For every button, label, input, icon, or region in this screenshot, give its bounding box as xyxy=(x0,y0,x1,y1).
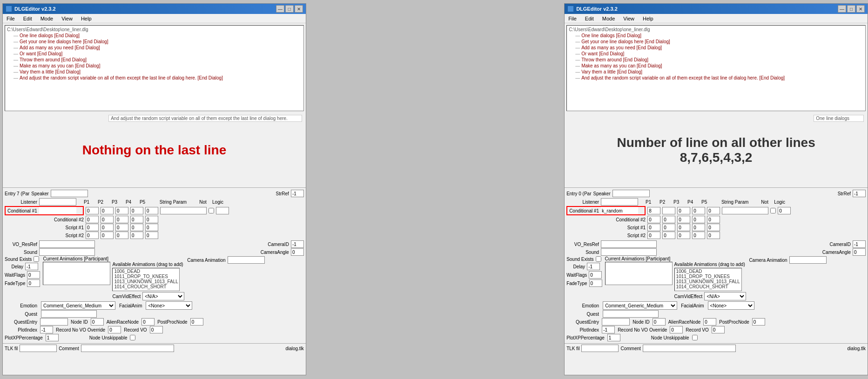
right-emotion-select[interactable]: Comment_Generic_Medium xyxy=(603,301,677,310)
right-cond2-p3[interactable] xyxy=(677,216,690,223)
left-cond2-p3[interactable] xyxy=(115,216,128,223)
right-cond1-p5[interactable] xyxy=(707,207,720,214)
left-cond2-p2[interactable] xyxy=(101,216,114,223)
left-current-anim-panel[interactable] xyxy=(43,262,110,285)
right-questentry-input[interactable] xyxy=(602,318,630,326)
left-cond1-p2[interactable] xyxy=(101,207,114,214)
right-vo-input[interactable] xyxy=(601,240,657,248)
left-script2-p2[interactable] xyxy=(101,232,114,239)
right-sound-exists-check[interactable] xyxy=(596,256,601,262)
right-cond1-input[interactable] xyxy=(601,207,638,214)
left-tree-item-1[interactable]: Get your one line dialogs here [End Dial… xyxy=(6,39,303,45)
right-cond1-p3[interactable] xyxy=(677,207,690,214)
left-script2-p4[interactable] xyxy=(130,232,143,239)
left-comment-input[interactable] xyxy=(81,345,174,352)
left-menu-edit[interactable]: Edit xyxy=(21,15,34,22)
left-plotxp-input[interactable] xyxy=(46,334,59,341)
right-tree-item-2[interactable]: Add as many as you need [End Dialog] xyxy=(568,45,864,51)
left-camvid-select[interactable]: <N/A> xyxy=(142,292,184,300)
left-vo-input[interactable] xyxy=(39,240,95,248)
left-waitflags-input[interactable] xyxy=(27,271,40,279)
right-script2-p3[interactable] xyxy=(677,232,690,239)
left-menu-mode[interactable]: Mode xyxy=(39,15,55,22)
right-script2-p5[interactable] xyxy=(707,232,720,239)
left-tree-item-3[interactable]: Or want [End Dialog] xyxy=(6,51,303,57)
right-cond1-p4[interactable] xyxy=(692,207,705,214)
left-menu-help[interactable]: Help xyxy=(79,15,94,22)
left-maximize-btn[interactable]: □ xyxy=(285,5,294,13)
left-script1-p1[interactable] xyxy=(86,224,99,231)
left-delay-input[interactable] xyxy=(25,263,38,270)
right-tree-item-5[interactable]: Make as many as you can [End Dialog] xyxy=(568,63,864,69)
right-comment-input[interactable] xyxy=(643,345,736,352)
left-available-anim-panel[interactable]: 1006_DEAD 1011_DROP_TO_KNEES 1013_UNKNOW… xyxy=(112,268,180,291)
left-script1-p5[interactable] xyxy=(145,224,158,231)
right-node-unskippable-check[interactable] xyxy=(692,335,698,340)
right-plotindex-input[interactable] xyxy=(602,326,615,333)
left-postproc-input[interactable] xyxy=(190,318,203,326)
left-nodeid-input[interactable] xyxy=(91,318,104,326)
right-script1-p4[interactable] xyxy=(692,224,705,231)
right-maximize-btn[interactable]: □ xyxy=(847,5,855,13)
right-script2-p1[interactable] xyxy=(647,232,660,239)
left-script1-p4[interactable] xyxy=(130,224,143,231)
right-close-btn[interactable]: ✕ xyxy=(856,5,865,13)
right-cameraid-input[interactable] xyxy=(853,240,866,248)
right-cameraangle-input[interactable] xyxy=(853,248,866,256)
right-tree-item-7[interactable]: And adjust the random script variable on… xyxy=(568,75,864,81)
left-cond2-p1[interactable] xyxy=(86,216,99,223)
right-plotxp-input[interactable] xyxy=(607,334,620,341)
right-script2-p4[interactable] xyxy=(692,232,705,239)
right-camera-anim-input[interactable] xyxy=(789,256,827,264)
left-cameraid-input[interactable] xyxy=(291,240,304,248)
left-record-no-vo-input[interactable] xyxy=(108,326,121,333)
right-script1-p3[interactable] xyxy=(677,224,690,231)
left-cond1-p3[interactable] xyxy=(115,207,128,214)
right-tree-item-4[interactable]: Throw them around [End Dialog] xyxy=(568,57,864,63)
left-camera-anim-input[interactable] xyxy=(228,256,265,264)
right-tree-panel[interactable]: C:\Users\Edward\Desktop\one_liner.dlg On… xyxy=(566,25,866,111)
left-tree-panel[interactable]: C:\Users\Edward\Desktop\one_liner.dlg On… xyxy=(5,25,304,111)
right-tree-item-3[interactable]: Or want [End Dialog] xyxy=(568,51,864,57)
right-cond1-p2[interactable] xyxy=(662,207,675,214)
left-cond1-p5[interactable] xyxy=(145,207,158,214)
right-menu-view[interactable]: View xyxy=(621,15,636,22)
right-cond2-p4[interactable] xyxy=(692,216,705,223)
left-node-unskippable-check[interactable] xyxy=(130,335,135,340)
right-tree-item-1[interactable]: Get your one line dialogs here [End Dial… xyxy=(568,39,864,45)
left-cond1-logic[interactable] xyxy=(216,207,229,214)
right-nodeid-input[interactable] xyxy=(653,318,666,326)
left-cond2-p5[interactable] xyxy=(145,216,158,223)
left-script2-p3[interactable] xyxy=(115,232,128,239)
right-alienrace-input[interactable] xyxy=(703,318,716,326)
right-delay-input[interactable] xyxy=(587,263,600,270)
right-tlk-input[interactable] xyxy=(581,345,619,352)
right-record-no-vo-input[interactable] xyxy=(670,326,683,333)
left-cond1-string[interactable] xyxy=(160,207,207,214)
right-postproc-input[interactable] xyxy=(752,318,765,326)
left-script1-p3[interactable] xyxy=(115,224,128,231)
left-tree-item-5[interactable]: Make as many as you can [End Dialog] xyxy=(6,63,303,69)
right-current-anim-panel[interactable] xyxy=(605,262,673,285)
left-cond1-p4[interactable] xyxy=(130,207,143,214)
right-tree-item-0[interactable]: One line dialogs [End Dialog] xyxy=(568,33,864,39)
left-close-btn[interactable]: ✕ xyxy=(295,5,303,13)
left-script2-p5[interactable] xyxy=(145,232,158,239)
left-tree-item-7[interactable]: And adjust the random script variable on… xyxy=(6,75,303,81)
left-script1-p2[interactable] xyxy=(101,224,114,231)
right-menu-mode[interactable]: Mode xyxy=(600,15,617,22)
right-waitflags-input[interactable] xyxy=(589,271,602,279)
right-facial-anim-select[interactable]: <None> xyxy=(708,301,754,310)
right-script1-p1[interactable] xyxy=(647,224,660,231)
right-script1-p2[interactable] xyxy=(662,224,675,231)
right-cond1-not[interactable] xyxy=(770,208,776,213)
right-menu-edit[interactable]: Edit xyxy=(583,15,596,22)
left-questentry-input[interactable] xyxy=(40,318,68,326)
left-menu-file[interactable]: File xyxy=(5,15,17,22)
right-cond1-p1[interactable] xyxy=(647,207,660,214)
right-tree-item-6[interactable]: Vary them a little [End Dialog] xyxy=(568,69,864,75)
right-script1-p5[interactable] xyxy=(707,224,720,231)
right-script2-p2[interactable] xyxy=(662,232,675,239)
left-cond1-input[interactable] xyxy=(39,207,76,214)
right-cond1-string[interactable] xyxy=(722,207,768,214)
